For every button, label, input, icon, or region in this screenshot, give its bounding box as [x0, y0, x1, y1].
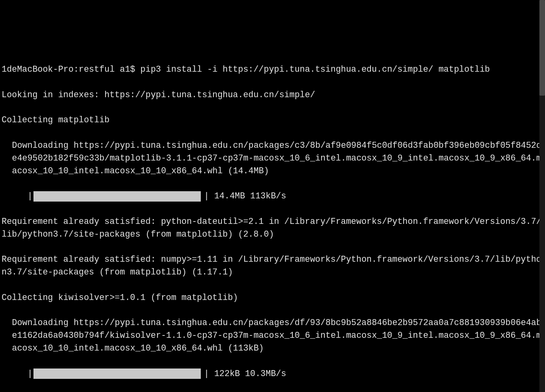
- pip-looking-indexes: Looking in indexes: https://pypi.tuna.ts…: [2, 89, 543, 102]
- vertical-scrollbar[interactable]: [539, 0, 545, 392]
- pip-requirement-dateutil: Requirement already satisfied: python-da…: [2, 216, 543, 241]
- progress-status-matplotlib: | 14.4MB 113kB/s: [204, 190, 286, 203]
- terminal-output[interactable]: 1deMacBook-Pro:restful a1$ pip3 install …: [2, 51, 543, 392]
- progress-row-matplotlib: || 14.4MB 113kB/s: [2, 190, 543, 203]
- progress-bar: [33, 191, 201, 202]
- progress-status-kiwisolver: | 122kB 10.3MB/s: [204, 368, 286, 380]
- progress-pipe-left: |: [27, 190, 33, 203]
- pip-downloading-matplotlib: Downloading https://pypi.tuna.tsinghua.e…: [2, 139, 543, 177]
- scrollbar-thumb[interactable]: [539, 0, 545, 96]
- pip-collecting-matplotlib: Collecting matplotlib: [2, 114, 543, 127]
- progress-pipe-left: |: [27, 368, 33, 380]
- progress-row-kiwisolver: || 122kB 10.3MB/s: [2, 368, 543, 380]
- progress-bar: [33, 368, 201, 379]
- pip-collecting-kiwisolver: Collecting kiwisolver>=1.0.1 (from matpl…: [2, 292, 543, 304]
- pip-requirement-numpy: Requirement already satisfied: numpy>=1.…: [2, 253, 543, 279]
- pip-downloading-kiwisolver: Downloading https://pypi.tuna.tsinghua.e…: [2, 317, 543, 355]
- shell-prompt-command: 1deMacBook-Pro:restful a1$ pip3 install …: [2, 63, 543, 76]
